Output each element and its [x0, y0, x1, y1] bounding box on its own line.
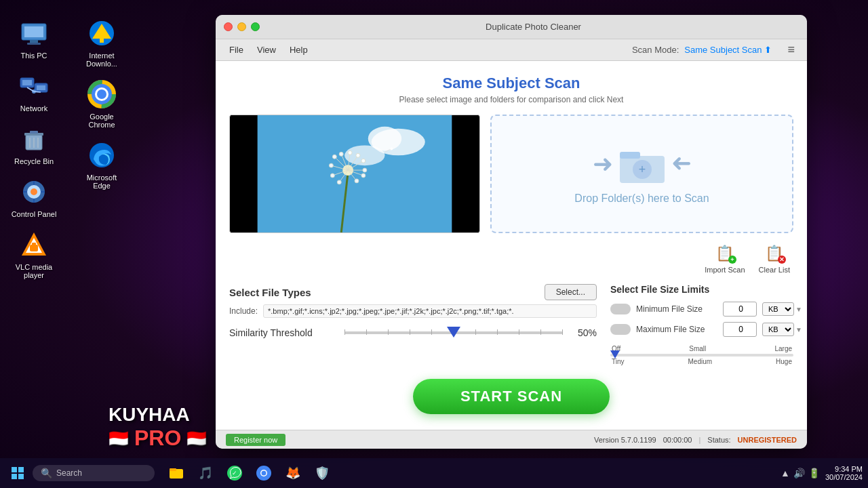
min-size-toggle[interactable]	[610, 304, 631, 314]
clear-list-icon: 📋 ✕	[764, 243, 785, 264]
desktop-icon-microsoft-edge[interactable]: Microsoft Edge	[75, 136, 129, 193]
min-size-unit: KB MB ▼	[762, 302, 802, 316]
svg-rect-40	[258, 115, 452, 232]
tick	[388, 329, 389, 335]
scale-medium-label: Medium	[688, 358, 713, 365]
desktop-icons-col2: Internet Downlo... Google Chrome	[75, 14, 129, 193]
taskbar-system-icons: ▲ 🔊 🔋	[781, 468, 820, 479]
this-pc-label: This PC	[20, 52, 47, 60]
clock-date: 30/07/2024	[825, 473, 863, 481]
desktop-icon-google-chrome[interactable]: Google Chrome	[75, 75, 129, 132]
tick	[366, 329, 367, 335]
taskbar-app-music[interactable]: 🎵	[192, 460, 219, 487]
taskbar-app-antivirus[interactable]: 🛡️	[309, 460, 336, 487]
register-button[interactable]: Register now	[226, 434, 285, 446]
menu-help[interactable]: Help	[283, 42, 315, 58]
svg-text:✓: ✓	[232, 470, 237, 476]
min-file-size-row: Minimum File Size KB MB ▼	[610, 302, 793, 317]
include-label: Include:	[229, 306, 258, 316]
internet-download-icon	[85, 17, 118, 49]
taskbar-app-chrome[interactable]	[250, 460, 277, 487]
svg-rect-22	[23, 191, 27, 192]
search-text: Search	[56, 468, 82, 478]
tick	[344, 329, 345, 335]
status-right: Version 5.7.0.1199 00:00:00 | Status: UN…	[594, 436, 797, 444]
svg-rect-77	[18, 474, 24, 479]
desktop-icon-control-panel[interactable]: Control Panel	[7, 172, 61, 222]
page-subtitle: Please select image and folders for comp…	[229, 95, 793, 104]
status-value: UNREGISTERED	[738, 436, 797, 444]
desktop-icon-vlc[interactable]: VLC media player	[7, 225, 61, 283]
scale-labels-bottom: Tiny Medium Huge	[610, 358, 793, 365]
svg-point-19	[31, 188, 37, 195]
svg-rect-30	[100, 37, 104, 43]
taskbar-app-whatsapp[interactable]: ✓	[221, 460, 248, 487]
tick	[431, 329, 432, 335]
preview-image-container	[229, 115, 480, 233]
scale-tiny-label: Tiny	[612, 358, 625, 365]
title-bar: Duplicate Photo Cleaner	[216, 15, 807, 39]
maximize-button[interactable]	[251, 22, 260, 31]
network-label: Network	[20, 104, 47, 113]
recycle-bin-label: Recycle Bin	[14, 157, 54, 165]
scale-thumb	[610, 350, 620, 359]
desktop-icon-internet-download[interactable]: Internet Downlo...	[75, 14, 129, 71]
svg-rect-39	[452, 115, 479, 232]
svg-rect-23	[41, 191, 45, 192]
chevron-down-icon: ▼	[795, 306, 802, 313]
similarity-slider[interactable]	[344, 326, 563, 340]
svg-rect-38	[231, 115, 258, 232]
min-size-input[interactable]	[723, 302, 757, 317]
svg-point-37	[90, 143, 114, 167]
app-window: Duplicate Photo Cleaner File View Help S…	[216, 15, 807, 449]
left-controls: Select File Types Select... Include: *.b…	[229, 284, 597, 340]
hamburger-menu-button[interactable]: ≡	[782, 40, 800, 60]
drop-zone[interactable]: ➜ + ➜ Drop Folder(s) here to Scan	[490, 115, 793, 233]
taskbar-search-bar[interactable]: 🔍 Search	[33, 465, 155, 481]
scale-track[interactable]	[610, 354, 793, 357]
svg-rect-2	[30, 40, 38, 43]
page-header: Same Subject Scan Please select image an…	[229, 75, 793, 104]
min-size-unit-select[interactable]: KB MB	[762, 302, 794, 316]
desktop-icons-col1: This PC Network	[7, 14, 61, 283]
search-icon: 🔍	[41, 468, 52, 479]
internet-download-label: Internet Downlo...	[78, 52, 125, 68]
svg-point-36	[97, 89, 106, 99]
pro-text: PRO	[134, 426, 181, 451]
close-button[interactable]	[224, 22, 233, 31]
max-size-unit-select[interactable]: KB MB	[762, 323, 794, 336]
desktop-icon-recycle-bin[interactable]: Recycle Bin	[7, 119, 61, 169]
scan-mode-select[interactable]: Same Subject Scan ⬆	[684, 45, 772, 55]
window-title: Duplicate Photo Cleaner	[268, 22, 799, 32]
max-size-input[interactable]	[723, 322, 757, 337]
select-file-types-button[interactable]: Select...	[545, 284, 597, 300]
whatsapp-icon: ✓	[226, 465, 243, 481]
taskbar-apps: 🎵 ✓ 🦊 🛡️	[163, 460, 336, 487]
minimize-button[interactable]	[237, 22, 246, 31]
scan-mode-value: Same Subject Scan	[684, 45, 762, 55]
taskbar-app-explorer[interactable]	[163, 460, 190, 487]
taskbar: 🔍 Search 🎵 ✓	[0, 458, 868, 488]
network-taskbar-icon: ▲	[781, 468, 790, 479]
start-scan-button[interactable]: START SCAN	[413, 379, 610, 414]
tick	[410, 329, 410, 335]
max-size-toggle[interactable]	[610, 324, 631, 335]
menu-file[interactable]: File	[222, 42, 250, 58]
svg-rect-27	[32, 243, 36, 245]
svg-point-59	[329, 163, 333, 167]
kuyhaa-watermark: KUYHAA 🇮🇩 PRO 🇮🇩	[108, 404, 207, 451]
menu-view[interactable]: View	[250, 42, 283, 58]
taskbar-app-firefox[interactable]: 🦊	[279, 460, 307, 487]
desktop-icon-network[interactable]: Network	[7, 66, 61, 116]
desktop-icon-this-pc[interactable]: This PC	[7, 14, 61, 63]
max-size-label: Maximum File Size	[636, 325, 717, 334]
clear-list-button[interactable]: 📋 ✕ Clear List	[759, 243, 790, 274]
windows-start-button[interactable]	[5, 461, 30, 485]
file-types-section: Select File Types Select... Include: *.b…	[229, 284, 597, 318]
min-size-label: Minimum File Size	[636, 304, 717, 314]
svg-point-53	[356, 153, 360, 157]
file-types-header: Select File Types Select...	[229, 284, 597, 300]
import-scan-button[interactable]: 📋 + Import Scan	[705, 243, 745, 274]
svg-rect-75	[18, 467, 24, 472]
svg-rect-20	[33, 181, 35, 185]
